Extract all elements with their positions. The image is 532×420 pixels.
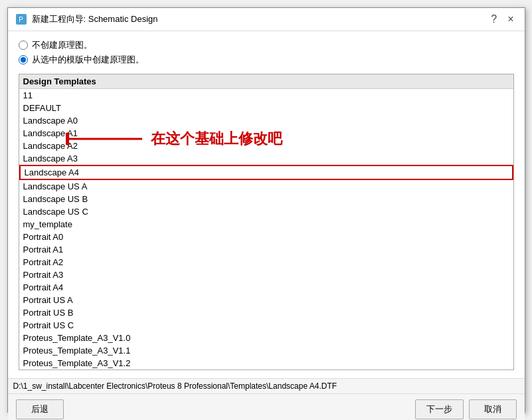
close-button[interactable]: × bbox=[505, 14, 516, 25]
list-item[interactable]: Portrait US B bbox=[19, 306, 513, 319]
list-item[interactable]: Portrait US C bbox=[19, 319, 513, 332]
list-item[interactable]: Landscape US A bbox=[19, 180, 513, 193]
list-item[interactable]: Proteus_Template_A3_V1.1 bbox=[19, 344, 513, 357]
button-bar: 后退 下一步 取消 bbox=[8, 393, 525, 420]
list-item[interactable]: Portrait A2 bbox=[19, 256, 513, 268]
radio-group: 不创建原理图。 从选中的模版中创建原理图。 bbox=[19, 39, 514, 66]
radio-input-1[interactable] bbox=[19, 41, 28, 50]
list-item[interactable]: Landscape US C bbox=[19, 205, 513, 218]
app-icon: P bbox=[16, 14, 27, 25]
list-item[interactable]: Portrait A4 bbox=[19, 281, 513, 294]
status-bar: D:\1_sw_install\Labcenter Electronics\Pr… bbox=[8, 378, 525, 393]
template-list-container: Design Templates 11DEFAULTLandscape A0La… bbox=[19, 74, 514, 370]
title-bar: P 新建工程向导: Schematic Design ? × bbox=[8, 8, 525, 31]
list-item[interactable]: Landscape A3 bbox=[19, 152, 513, 165]
list-item[interactable]: DEFAULT bbox=[19, 102, 513, 114]
list-item[interactable]: Landscape A1 bbox=[19, 127, 513, 140]
list-item[interactable]: Portrait A1 bbox=[19, 243, 513, 256]
radio-option-1[interactable]: 不创建原理图。 bbox=[19, 39, 514, 51]
list-item[interactable]: my_template bbox=[19, 218, 513, 231]
list-item[interactable]: Portrait A0 bbox=[19, 231, 513, 243]
back-button[interactable]: 后退 bbox=[16, 399, 64, 419]
title-bar-right: ? × bbox=[488, 14, 516, 25]
list-header: Design Templates bbox=[19, 74, 513, 89]
status-path: D:\1_sw_install\Labcenter Electronics\Pr… bbox=[13, 381, 337, 391]
list-item[interactable]: Proteus_Template_A3_V1.0 bbox=[19, 332, 513, 344]
list-item[interactable]: Landscape A2 bbox=[19, 140, 513, 152]
help-button[interactable]: ? bbox=[488, 14, 499, 25]
dialog-title: 新建工程向导: Schematic Design bbox=[32, 13, 158, 25]
radio-label-2: 从选中的模版中创建原理图。 bbox=[32, 54, 144, 66]
title-bar-left: P 新建工程向导: Schematic Design bbox=[16, 13, 158, 25]
radio-option-2[interactable]: 从选中的模版中创建原理图。 bbox=[19, 54, 514, 66]
next-button[interactable]: 下一步 bbox=[415, 399, 464, 419]
list-item[interactable]: Portrait US A bbox=[19, 294, 513, 306]
radio-label-1: 不创建原理图。 bbox=[32, 39, 92, 51]
list-item[interactable]: Landscape US B bbox=[19, 193, 513, 205]
button-bar-right: 下一步 取消 bbox=[415, 399, 517, 419]
list-item[interactable]: Landscape A4 bbox=[19, 165, 513, 180]
list-item[interactable]: 11 bbox=[19, 89, 513, 102]
list-item[interactable]: Portrait A3 bbox=[19, 268, 513, 281]
dialog-content: 不创建原理图。 从选中的模版中创建原理图。 Design Templates 1… bbox=[8, 31, 525, 378]
list-item[interactable]: Proteus_Template_A3_V1.2 bbox=[19, 357, 513, 369]
cancel-button[interactable]: 取消 bbox=[469, 399, 517, 419]
list-content-wrapper: Design Templates 11DEFAULTLandscape A0La… bbox=[19, 74, 513, 369]
main-dialog: P 新建工程向导: Schematic Design ? × 不创建原理图。 从… bbox=[7, 7, 525, 413]
radio-input-2[interactable] bbox=[19, 55, 28, 64]
list-item[interactable]: Landscape A0 bbox=[19, 114, 513, 127]
template-list[interactable]: Design Templates 11DEFAULTLandscape A0La… bbox=[19, 74, 513, 369]
